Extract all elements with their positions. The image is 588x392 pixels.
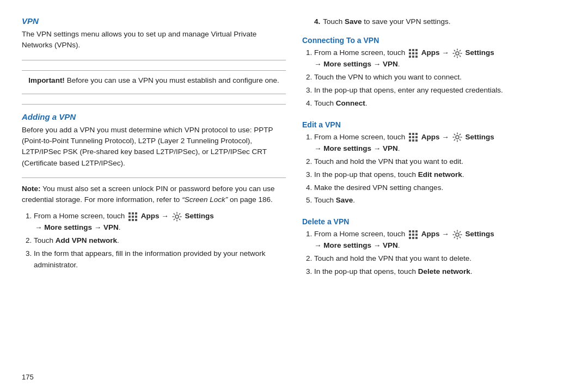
connecting-steps: From a Home screen, touch [302,47,566,109]
svg-rect-8 [135,219,137,221]
svg-rect-20 [409,133,411,135]
svg-rect-25 [415,136,418,138]
apps-label-3: Apps [421,133,440,141]
arrow-more-3: → More settings → VPN. [314,144,400,152]
apps-icon-2 [408,48,419,59]
svg-rect-33 [409,234,411,236]
svg-rect-15 [415,52,418,54]
svg-point-29 [456,136,459,139]
delete-step-2: Touch and hold the VPN that you want to … [314,253,566,265]
step4-cont: 4.Touch Save to save your VPN settings. [302,16,566,27]
svg-rect-21 [412,133,414,135]
edit-steps: From a Home screen, touch [302,132,566,207]
arrow-more-2: → More settings → VPN. [314,60,400,68]
settings-icon-3 [452,132,463,143]
svg-rect-12 [415,49,418,51]
svg-rect-32 [415,230,418,232]
note-end: on page 186. [228,195,273,204]
svg-rect-10 [409,49,411,51]
adding-vpn-desc: Before you add a VPN you must determine … [22,125,286,169]
svg-rect-13 [409,52,411,54]
apps-icon-3 [408,132,419,143]
arrow-more-1: → More settings → VPN. [35,223,121,231]
svg-rect-26 [409,139,411,142]
svg-rect-11 [412,49,414,51]
delete-steps: From a Home screen, touch [302,229,566,278]
apps-label-4: Apps [421,230,440,238]
svg-rect-24 [412,136,414,138]
settings-label-3: Settings [465,133,494,141]
svg-rect-36 [409,237,411,239]
settings-icon-4 [452,229,463,240]
settings-icon-1 [171,211,182,222]
step-2: Touch Add VPN network. [34,235,286,247]
svg-rect-3 [128,216,131,218]
important-box: Important! Before you can use a VPN you … [22,70,286,94]
apps-icon-4 [408,229,419,240]
edit-step-1: From a Home screen, touch [314,132,566,155]
settings-label-2: Settings [465,48,494,57]
svg-rect-1 [132,212,134,215]
adding-vpn-section: Adding a VPN Before you add a VPN you mu… [22,112,286,172]
svg-point-39 [456,233,459,236]
settings-label-4: Settings [465,230,494,238]
svg-rect-18 [415,56,418,58]
connect-step-3: In the pop-up that opens, enter any requ… [314,85,566,96]
svg-rect-30 [409,230,411,232]
svg-rect-7 [132,219,134,221]
note-link: “Screen Lock” [182,195,228,204]
edit-vpn-section: Edit a VPN From a Home screen, touch [302,116,566,210]
arrow-1a: → [161,212,170,220]
page-number: 175 [22,373,34,381]
svg-rect-4 [132,216,134,218]
svg-rect-17 [412,56,414,58]
svg-rect-16 [409,56,411,58]
step-1: From a Home screen, touch Apps [34,211,286,234]
edit-title: Edit a VPN [302,120,566,129]
important-label: Important! [28,76,65,84]
vpn-section: VPN The VPN settings menu allows you to … [22,16,286,54]
arrow-more-4: → More settings → VPN. [314,241,400,249]
svg-rect-23 [409,136,411,138]
edit-step-3: In the pop-up that opens, touch Edit net… [314,169,566,181]
delete-title: Delete a VPN [302,217,566,226]
connecting-vpn-section: Connecting To a VPN From a Home screen, … [302,32,566,113]
note-label: Note: [22,185,41,193]
arrow-2a: → [442,48,451,57]
divider-3 [22,177,286,178]
apps-label-1: Apps [141,212,160,220]
connecting-title: Connecting To a VPN [302,36,566,45]
connect-step-1: From a Home screen, touch [314,47,566,70]
divider-2 [22,104,286,105]
svg-rect-14 [412,52,414,54]
edit-step-2: Touch and hold the VPN that you want to … [314,156,566,168]
svg-rect-22 [415,133,418,135]
divider-1 [22,60,286,60]
svg-rect-6 [128,219,131,221]
step-3: In the form that appears, fill in the in… [34,248,286,271]
delete-vpn-section: Delete a VPN From a Home screen, touch [302,213,566,281]
svg-rect-31 [412,230,414,232]
vpn-desc: The VPN settings menu allows you to set … [22,29,286,51]
connect-step-2: Touch the VPN to which you want to conne… [314,72,566,83]
edit-step-5: Touch Save. [314,195,566,206]
add-vpn-label: Add VPN network [56,236,117,244]
svg-rect-2 [135,212,137,215]
apps-icon-1 [127,211,138,222]
left-column: VPN The VPN settings menu allows you to … [22,16,286,376]
important-body: Before you can use a VPN you must establ… [65,76,279,84]
svg-rect-35 [415,234,418,236]
right-column: 4.Touch Save to save your VPN settings. … [302,16,566,376]
svg-rect-0 [128,212,131,215]
edit-step-4: Make the desired VPN setting changes. [314,182,566,194]
svg-point-9 [175,215,179,218]
svg-rect-27 [412,139,414,142]
delete-step-1: From a Home screen, touch [314,229,566,252]
svg-rect-37 [412,237,414,239]
adding-vpn-steps: From a Home screen, touch Apps [22,211,286,273]
important-text: Important! Before you can use a VPN you … [27,75,280,86]
svg-point-19 [456,52,459,55]
note-paragraph: Note: You must also set a screen unlock … [22,183,286,206]
svg-rect-34 [412,234,414,236]
svg-rect-28 [415,139,418,142]
